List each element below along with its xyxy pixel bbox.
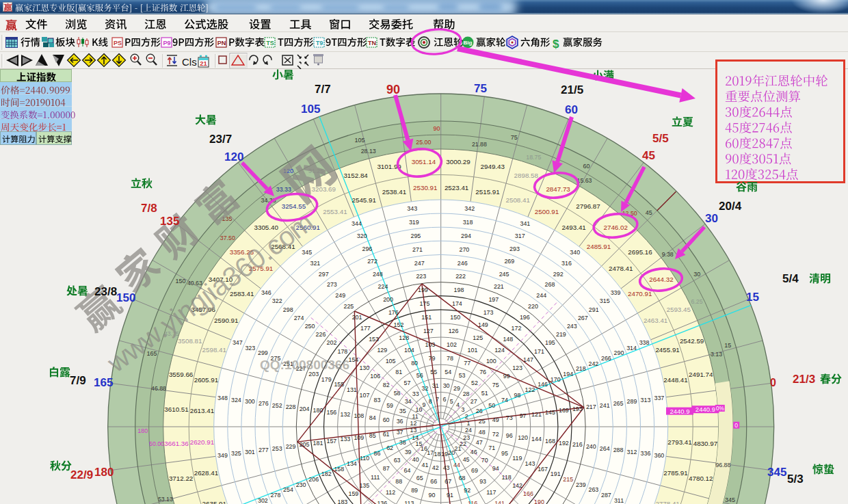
- svg-text:www.yingjia360.com: www.yingjia360.com: [101, 207, 319, 378]
- svg-text:$: $: [553, 38, 559, 51]
- svg-text:TS: TS: [266, 40, 274, 47]
- svg-text:PS: PS: [114, 40, 122, 47]
- svg-text:21: 21: [200, 59, 207, 67]
- svg-text:Cls: Cls: [182, 56, 197, 68]
- svg-text:Big: Big: [464, 40, 473, 46]
- svg-text:P9: P9: [163, 40, 170, 47]
- svg-text:QQ:100800366: QQ:100800366: [260, 358, 349, 372]
- svg-text:TN: TN: [368, 40, 376, 47]
- svg-text:T9: T9: [316, 40, 323, 47]
- svg-text:PN: PN: [217, 40, 226, 47]
